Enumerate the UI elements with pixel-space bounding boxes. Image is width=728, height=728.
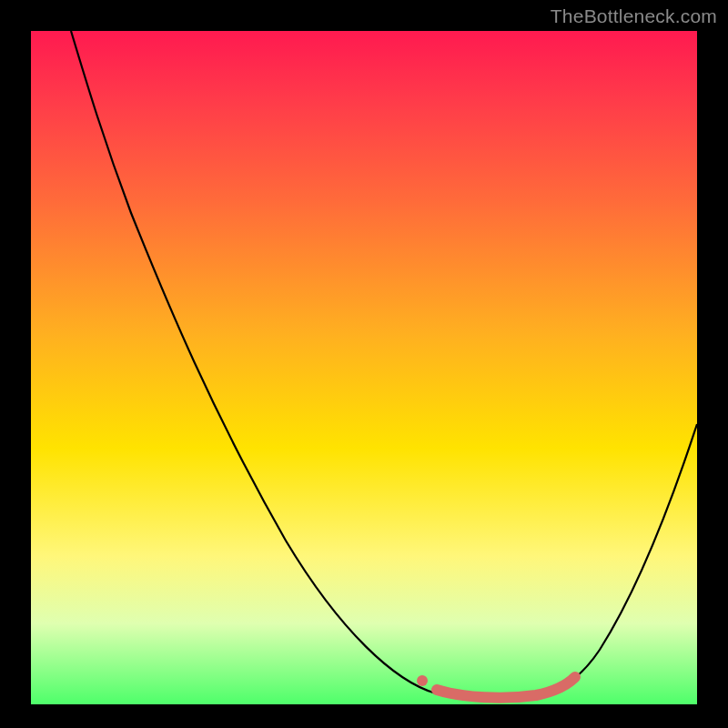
- highlight-start-dot: [417, 675, 428, 686]
- bottleneck-curve: [71, 31, 697, 700]
- chart-svg: [31, 31, 697, 704]
- optimal-range-highlight: [437, 677, 575, 698]
- plot-area: [31, 31, 697, 704]
- watermark: TheBottleneck.com: [551, 5, 717, 27]
- chart-frame: { "watermark": "TheBottleneck.com", "col…: [0, 0, 728, 728]
